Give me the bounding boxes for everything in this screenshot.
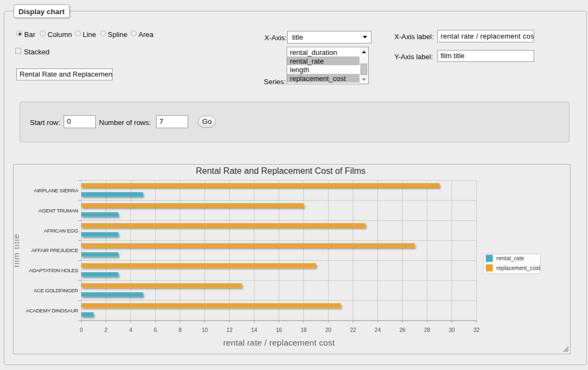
svg-text:32: 32	[473, 327, 480, 333]
svg-text:6: 6	[154, 327, 157, 333]
svg-text:28: 28	[424, 327, 431, 333]
svg-text:30: 30	[449, 327, 455, 333]
svg-text:Rental Rate and Replacement Co: Rental Rate and Replacement Cost of Film…	[196, 166, 366, 175]
svg-text:ACADEMY DINOSAUR: ACADEMY DINOSAUR	[26, 308, 78, 313]
svg-text:AIRPLANE SIERRA: AIRPLANE SIERRA	[34, 187, 78, 193]
svg-text:ACE GOLDFINGER: ACE GOLDFINGER	[34, 287, 78, 293]
svg-text:0: 0	[80, 327, 83, 333]
svg-text:AFFAIR PREJUDICE: AFFAIR PREJUDICE	[32, 247, 79, 253]
svg-text:22: 22	[350, 327, 356, 333]
svg-text:8: 8	[178, 327, 182, 333]
svg-text:2: 2	[104, 327, 108, 333]
svg-text:AFRICAN EGG: AFRICAN EGG	[44, 228, 78, 234]
svg-text:4: 4	[129, 327, 133, 333]
svg-text:rental rate / replacement cost: rental rate / replacement cost	[223, 338, 335, 347]
svg-text:20: 20	[325, 327, 332, 333]
svg-text:replacement_cost: replacement_cost	[497, 265, 541, 271]
svg-text:24: 24	[375, 327, 381, 333]
svg-text:16: 16	[276, 327, 282, 333]
svg-text:12: 12	[226, 327, 233, 333]
svg-text:film title: film title	[15, 234, 21, 268]
svg-text:14: 14	[251, 327, 258, 333]
svg-text:10: 10	[202, 327, 208, 333]
svg-text:26: 26	[399, 327, 406, 333]
svg-text:ADAPTATION HOLES: ADAPTATION HOLES	[29, 267, 78, 273]
svg-text:AGENT TRUMAN: AGENT TRUMAN	[39, 208, 78, 214]
svg-text:rental_rate: rental_rate	[497, 255, 524, 261]
svg-text:18: 18	[301, 327, 307, 333]
